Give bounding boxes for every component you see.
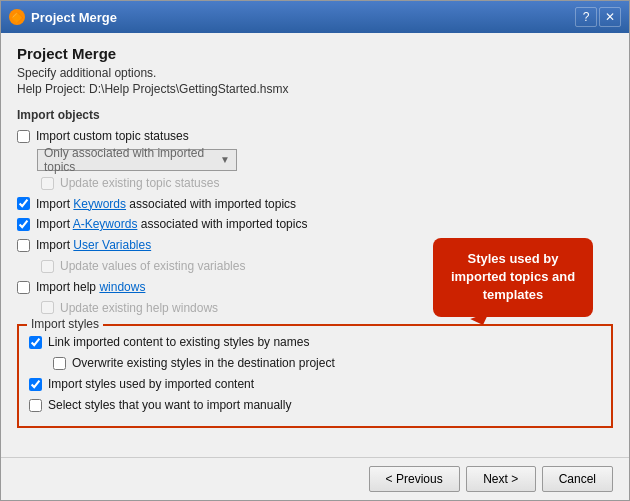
- checkbox-link-imported-label: Link imported content to existing styles…: [48, 334, 309, 351]
- tooltip-bubble: Styles used by imported topics and templ…: [433, 238, 593, 317]
- akeywords-link[interactable]: A-Keywords: [73, 217, 138, 231]
- import-styles-section: Import styles Link imported content to e…: [17, 324, 613, 427]
- page-title: Project Merge: [17, 45, 613, 62]
- checkbox-update-topic: Update existing topic statuses: [41, 175, 613, 192]
- tooltip-text: Styles used by imported topics and templ…: [451, 251, 575, 302]
- checkbox-import-custom-label: Import custom topic statuses: [36, 128, 189, 145]
- window: 🔶 Project Merge ? ✕ Project Merge Specif…: [0, 0, 630, 501]
- close-button[interactable]: ✕: [599, 7, 621, 27]
- footer: < Previous Next > Cancel: [1, 457, 629, 500]
- checkbox-update-variables-input[interactable]: [41, 260, 54, 273]
- checkbox-select-styles: Select styles that you want to import ma…: [29, 397, 601, 414]
- checkbox-import-akeywords-input[interactable]: [17, 218, 30, 231]
- checkbox-update-help-windows-label: Update existing help windows: [60, 300, 218, 317]
- checkbox-overwrite-styles-input[interactable]: [53, 357, 66, 370]
- checkbox-import-user-variables-input[interactable]: [17, 239, 30, 252]
- content-area: Project Merge Specify additional options…: [1, 33, 629, 457]
- checkbox-import-keywords: Import Keywords associated with imported…: [17, 196, 613, 213]
- checkbox-select-styles-input[interactable]: [29, 399, 42, 412]
- checkbox-update-topic-input[interactable]: [41, 177, 54, 190]
- import-styles-label: Import styles: [27, 317, 103, 331]
- subtitle: Specify additional options.: [17, 66, 613, 80]
- checkbox-overwrite-styles: Overwrite existing styles in the destina…: [53, 355, 601, 372]
- help-project-path: Help Project: D:\Help Projects\GettingSt…: [17, 82, 613, 96]
- checkbox-import-keywords-label: Import Keywords associated with imported…: [36, 196, 296, 213]
- cancel-button[interactable]: Cancel: [542, 466, 613, 492]
- checkbox-overwrite-styles-label: Overwrite existing styles in the destina…: [72, 355, 335, 372]
- checkbox-import-akeywords: Import A-Keywords associated with import…: [17, 216, 613, 233]
- checkbox-update-variables-label: Update values of existing variables: [60, 258, 245, 275]
- checkbox-import-help-windows-input[interactable]: [17, 281, 30, 294]
- title-bar: 🔶 Project Merge ? ✕: [1, 1, 629, 33]
- window-title: Project Merge: [31, 10, 569, 25]
- checkbox-link-imported: Link imported content to existing styles…: [29, 334, 601, 351]
- windows-link[interactable]: windows: [99, 280, 145, 294]
- help-project-value: D:\Help Projects\GettingStarted.hsmx: [89, 82, 288, 96]
- previous-button[interactable]: < Previous: [369, 466, 460, 492]
- help-button[interactable]: ?: [575, 7, 597, 27]
- checkbox-import-akeywords-label: Import A-Keywords associated with import…: [36, 216, 307, 233]
- checkbox-link-imported-input[interactable]: [29, 336, 42, 349]
- checkbox-import-styles-used-label: Import styles used by imported content: [48, 376, 254, 393]
- topic-status-dropdown[interactable]: Only associated with imported topics ▼: [37, 149, 237, 171]
- next-button[interactable]: Next >: [466, 466, 536, 492]
- topic-status-dropdown-row: Only associated with imported topics ▼: [37, 149, 613, 171]
- checkbox-update-topic-label: Update existing topic statuses: [60, 175, 219, 192]
- keywords-link[interactable]: Keywords: [73, 197, 126, 211]
- checkbox-select-styles-label: Select styles that you want to import ma…: [48, 397, 291, 414]
- checkbox-import-keywords-input[interactable]: [17, 197, 30, 210]
- import-objects-label: Import objects: [17, 108, 613, 122]
- window-controls: ? ✕: [575, 7, 621, 27]
- dropdown-arrow-icon: ▼: [220, 154, 230, 165]
- checkbox-import-help-windows-label: Import help windows: [36, 279, 145, 296]
- main-area: Styles used by imported topics and templ…: [17, 108, 613, 428]
- checkbox-import-styles-used-input[interactable]: [29, 378, 42, 391]
- checkbox-import-custom: Import custom topic statuses: [17, 128, 613, 145]
- checkbox-import-styles-used: Import styles used by imported content: [29, 376, 601, 393]
- checkbox-update-help-windows-input[interactable]: [41, 301, 54, 314]
- app-icon: 🔶: [9, 9, 25, 25]
- dropdown-value: Only associated with imported topics: [44, 146, 220, 174]
- checkbox-import-user-variables-label: Import User Variables: [36, 237, 151, 254]
- user-variables-link[interactable]: User Variables: [73, 238, 151, 252]
- checkbox-import-custom-input[interactable]: [17, 130, 30, 143]
- help-project-label: Help Project:: [17, 82, 86, 96]
